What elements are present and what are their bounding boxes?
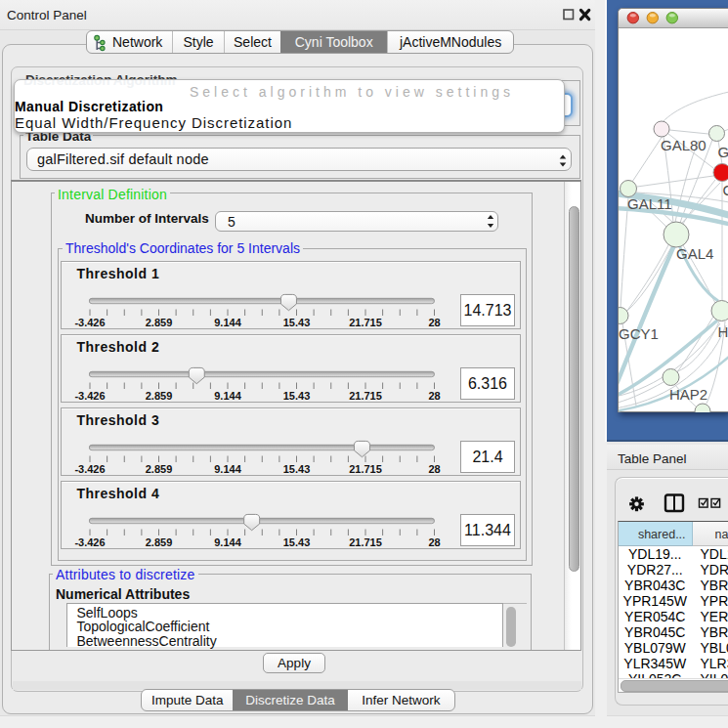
svg-text:21.715: 21.715 (350, 463, 383, 475)
svg-text:2.859: 2.859 (146, 390, 173, 402)
svg-text:9.144: 9.144 (215, 317, 242, 328)
svg-text:-3.426: -3.426 (75, 536, 106, 548)
svg-text:2.859: 2.859 (146, 536, 173, 548)
svg-text:15.43: 15.43 (283, 463, 311, 475)
svg-text:15.43: 15.43 (283, 536, 311, 548)
svg-text:-3.426: -3.426 (75, 390, 106, 402)
svg-text:28: 28 (429, 390, 441, 402)
svg-text:2.859: 2.859 (146, 463, 173, 475)
svg-text:28: 28 (429, 317, 441, 328)
svg-text:GCY1: GCY1 (619, 325, 659, 342)
svg-text:21.715: 21.715 (350, 317, 383, 328)
svg-text:-3.426: -3.426 (75, 463, 106, 475)
svg-text:21.715: 21.715 (350, 536, 383, 548)
svg-text:28: 28 (429, 463, 441, 475)
svg-text:21.715: 21.715 (350, 390, 383, 402)
svg-text:GAL4: GAL4 (676, 245, 713, 262)
svg-text:15.43: 15.43 (283, 317, 311, 328)
svg-text:-3.426: -3.426 (75, 317, 106, 328)
svg-text:GAL4: GAL4 (718, 144, 728, 160)
svg-text:2.859: 2.859 (146, 317, 173, 328)
svg-text:HIS4: HIS4 (718, 323, 728, 340)
svg-text:C: C (723, 182, 728, 198)
svg-text:9.144: 9.144 (215, 390, 242, 402)
svg-text:9.144: 9.144 (215, 463, 242, 475)
svg-text:GAL11: GAL11 (627, 195, 672, 212)
svg-text:28: 28 (429, 536, 441, 548)
svg-text:15.43: 15.43 (283, 390, 311, 402)
svg-text:9.144: 9.144 (215, 536, 242, 548)
svg-text:HAP2: HAP2 (669, 386, 707, 403)
svg-text:GAL80: GAL80 (661, 137, 707, 153)
